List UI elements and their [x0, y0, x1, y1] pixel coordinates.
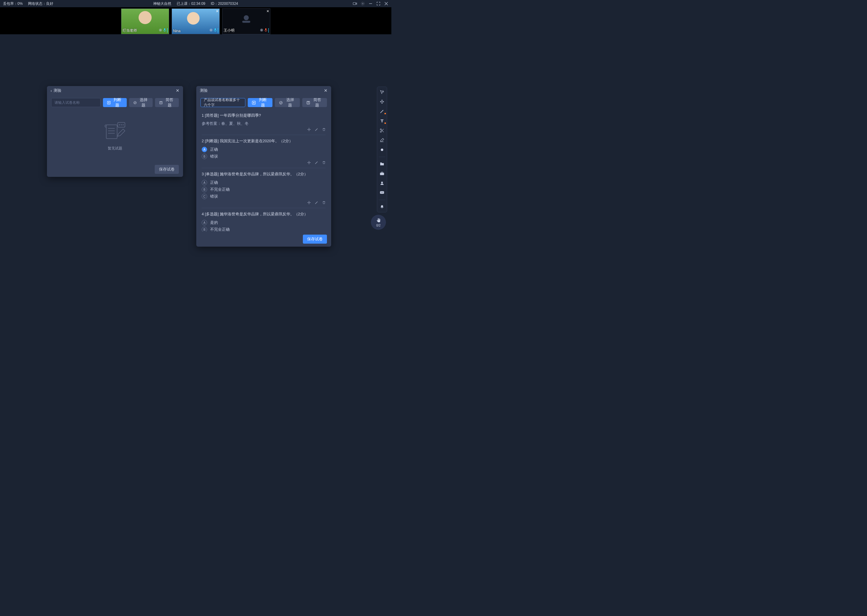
panel-close-icon[interactable]: ✕ — [324, 88, 328, 93]
delete-question-icon[interactable] — [322, 127, 326, 132]
quiz-panel-empty: ‹ 测验 ✕ 判断题 选择题 简答题 暂无试题 保存试卷 — [47, 86, 183, 177]
mic-muted-icon[interactable] — [264, 28, 267, 33]
answer-reference: 参考答案：春、夏、秋、冬 — [202, 121, 326, 126]
move-question-icon[interactable] — [307, 201, 311, 206]
title-bar: 丢包率：0% 网络状态：良好 神秘大自然 已上课：02:34:09 ID：202… — [0, 0, 391, 7]
question-option[interactable]: C错误 — [202, 194, 326, 199]
question-option[interactable]: A正确 — [202, 180, 326, 185]
svg-rect-12 — [242, 21, 251, 23]
mic-level-icon — [218, 28, 218, 33]
toolbar-divider — [379, 157, 385, 157]
question-option[interactable]: B错误 — [202, 154, 326, 159]
mic-icon[interactable] — [214, 28, 217, 33]
text-icon[interactable] — [379, 118, 385, 124]
judge-question-button[interactable]: 判断题 — [248, 98, 273, 107]
svg-point-34 — [119, 124, 120, 125]
eraser-icon[interactable] — [379, 137, 385, 143]
settings-icon[interactable] — [361, 2, 365, 6]
mic-level-icon — [268, 28, 269, 33]
choice-question-button[interactable]: 选择题 — [275, 98, 300, 107]
edit-question-icon[interactable] — [315, 127, 318, 132]
svg-point-35 — [121, 124, 121, 125]
judge-question-button[interactable]: 判断题 — [103, 98, 127, 107]
choice-question-button[interactable]: 选择题 — [129, 98, 153, 107]
svg-point-9 — [211, 30, 212, 31]
panel-title: 测验 — [54, 88, 61, 93]
course-title: 神秘大自然 — [153, 1, 171, 6]
record-icon[interactable] — [353, 2, 357, 6]
raise-hand-count: 0/2 — [376, 224, 380, 227]
svg-rect-7 — [164, 28, 165, 30]
save-quiz-button[interactable]: 保存试卷 — [155, 165, 179, 174]
question-list[interactable]: 1 [简答题] 一年四季分别是哪四季?参考答案：春、夏、秋、冬2 [判断题] 我… — [196, 110, 331, 232]
quiz-name-field[interactable]: 产品说试卷名称最多十六个字 — [200, 98, 245, 107]
move-question-icon[interactable] — [307, 127, 311, 132]
quiz-panel-edit: 测验 ✕ 产品说试卷名称最多十六个字 判断题 选择题 简答题 1 [简答题] 一… — [196, 86, 331, 247]
scissors-icon[interactable] — [379, 128, 385, 133]
svg-point-11 — [244, 15, 249, 20]
chat-icon[interactable] — [379, 190, 385, 195]
back-icon[interactable]: ‹ — [50, 88, 52, 93]
edit-question-icon[interactable] — [315, 201, 318, 206]
pointer-magic-icon[interactable] — [379, 90, 385, 95]
short-answer-button[interactable]: 简答题 — [155, 98, 179, 107]
option-letter-badge: A — [202, 220, 207, 225]
video-strip: 叮当老师✕Nina✕王小明 — [0, 7, 391, 34]
indicator-dot-icon — [385, 113, 386, 114]
fullscreen-icon[interactable] — [376, 2, 380, 6]
quiz-name-input[interactable] — [51, 98, 101, 107]
question-item: 2 [判断题] 我国宪法上一次更新是在2020年。（2分）A正确B错误 — [202, 135, 326, 168]
raise-hand-fab[interactable]: 0/2 — [371, 215, 386, 230]
choice-icon — [279, 101, 283, 105]
minimize-icon[interactable] — [369, 2, 373, 6]
question-title: 3 [单选题] 施华洛世奇是反华品牌，所以梁鼎琪反华。（2分） — [202, 172, 326, 177]
close-icon[interactable] — [384, 2, 388, 6]
judge-icon — [107, 101, 110, 105]
question-option[interactable]: A正确 — [202, 147, 326, 152]
question-option[interactable]: A是的 — [202, 220, 326, 225]
user-icon[interactable] — [379, 181, 385, 186]
question-option[interactable]: B不完全正确 — [202, 187, 326, 192]
indicator-dot-icon — [385, 123, 386, 124]
option-letter-badge: A — [202, 147, 207, 152]
folder-icon[interactable] — [379, 161, 385, 167]
delete-question-icon[interactable] — [322, 160, 326, 165]
option-letter-badge: B — [202, 187, 207, 192]
text-icon — [306, 101, 310, 105]
svg-point-23 — [381, 192, 381, 193]
option-letter-badge: B — [202, 154, 207, 159]
color-dot-icon[interactable] — [379, 147, 385, 152]
edit-question-icon[interactable] — [315, 160, 318, 165]
panel-close-icon[interactable]: ✕ — [176, 88, 180, 93]
question-item: 3 [单选题] 施华洛世奇是反华品牌，所以梁鼎琪反华。（2分）A正确B不完全正确… — [202, 168, 326, 208]
video-tile[interactable]: 叮当老师 — [121, 8, 169, 34]
question-option[interactable]: B不完全正确 — [202, 227, 326, 232]
svg-rect-29 — [106, 125, 117, 139]
move-icon[interactable] — [379, 99, 385, 104]
video-name-label: 叮当老师 — [123, 28, 137, 33]
svg-point-25 — [383, 192, 383, 193]
video-close-icon[interactable]: ✕ — [216, 9, 219, 13]
mic-icon[interactable] — [163, 28, 166, 33]
network-status-label: 网络状态：良好 — [28, 1, 53, 6]
option-text: 是的 — [210, 220, 218, 225]
question-item: 1 [简答题] 一年四季分别是哪四季?参考答案：春、夏、秋、冬 — [202, 110, 326, 135]
svg-point-21 — [381, 182, 383, 184]
svg-rect-20 — [381, 172, 383, 173]
pen-icon[interactable] — [379, 108, 385, 114]
toolbox-icon[interactable] — [379, 171, 385, 176]
option-letter-badge: B — [202, 227, 207, 232]
option-text: 不完全正确 — [210, 187, 230, 192]
video-tile[interactable]: ✕Nina — [172, 8, 220, 34]
video-tile[interactable]: ✕王小明 — [222, 8, 270, 34]
save-quiz-button[interactable]: 保存试卷 — [303, 235, 327, 244]
option-text: 不完全正确 — [210, 227, 230, 232]
short-answer-button[interactable]: 简答题 — [302, 98, 327, 107]
bell-icon[interactable] — [379, 204, 385, 210]
video-close-icon[interactable]: ✕ — [266, 9, 269, 13]
move-question-icon[interactable] — [307, 160, 311, 165]
delete-question-icon[interactable] — [322, 201, 326, 206]
signal-icon — [260, 28, 263, 33]
svg-point-16 — [380, 129, 381, 130]
empty-text: 暂无试题 — [108, 146, 122, 151]
